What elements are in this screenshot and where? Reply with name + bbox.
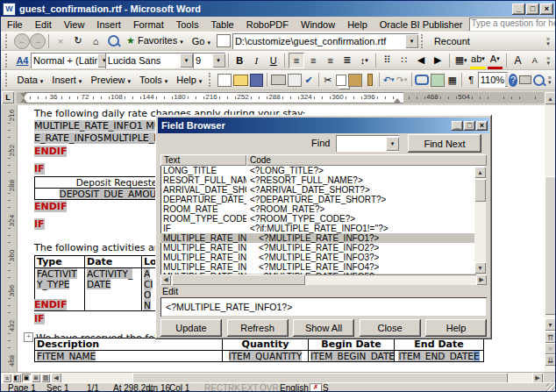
dialog-maximize-icon[interactable]: □ [464, 121, 475, 131]
field-row[interactable]: IF<?if:MULTIPLE_RATE_INFO1!=''?> [160, 224, 475, 233]
scroll-down-icon[interactable]: ▼ [545, 318, 556, 331]
copy-icon[interactable] [335, 72, 346, 88]
doc-if-field[interactable]: IF [34, 313, 45, 324]
doc-field[interactable]: ACION [144, 268, 153, 310]
status-toggle-ext[interactable]: EXT [241, 383, 258, 392]
column-header-text[interactable]: Text [160, 154, 246, 166]
doc-field[interactable]: E_RATE_INFO5MULTIPLE_RA [34, 132, 167, 144]
help-icon[interactable]: ? [509, 74, 518, 87]
deposit-row-field[interactable]: DEPOSIT_DUE_AMOUN [60, 189, 163, 199]
doc-field[interactable]: ITEM_QUANTITY [229, 351, 303, 361]
table-header[interactable]: Type [35, 256, 85, 268]
styles-and-formatting-icon[interactable]: A4 [15, 53, 30, 68]
close-button[interactable]: Close [360, 319, 421, 337]
toolbar-grip[interactable] [421, 34, 427, 48]
deposit-table[interactable]: Deposit Requested DEPOSIT_DUE_AMOUN [34, 176, 166, 200]
insert-table-icon[interactable]: ▦ [446, 72, 458, 88]
undo-icon[interactable]: ↶▾ [383, 72, 395, 88]
table-anchor-icon[interactable]: + [24, 332, 33, 342]
align-left-icon[interactable]: ≡ [289, 53, 303, 68]
search-web-icon[interactable] [105, 33, 121, 49]
chevron-down-icon[interactable]: ▾ [212, 53, 225, 68]
field-row[interactable]: MULTIPLE_RATE_INFO2<?MULTIPLE_RATE_INFO2… [160, 243, 475, 253]
spelling-icon[interactable]: ✔ [303, 72, 315, 88]
show-all-button[interactable]: Show All [293, 319, 354, 337]
table-header[interactable]: Quantity [223, 339, 309, 351]
show-web-toolbar-icon[interactable] [216, 33, 232, 49]
field-row[interactable]: LONG_TITLE<?LONG_TITLE?> [160, 166, 475, 175]
align-center-icon[interactable]: ≡ [306, 53, 321, 68]
home-icon[interactable]: ⌂ [88, 33, 103, 49]
doc-field[interactable]: ITEM_END_DATE [398, 351, 474, 361]
scroll-left-icon[interactable]: ◀ [160, 274, 171, 285]
print-small-icon[interactable] [519, 72, 531, 88]
status-toggle-ovr[interactable]: OVR [260, 383, 279, 392]
deposit-row-label[interactable]: Deposit Requested [76, 177, 163, 188]
normal-view-button[interactable]: ≡ [3, 374, 11, 382]
numbered-list-icon[interactable]: ⠿ [380, 53, 395, 68]
forward-icon[interactable]: → [30, 33, 46, 49]
zoom-combo[interactable]: 110%▾ [478, 72, 508, 88]
menu-window[interactable]: Window [295, 18, 341, 31]
table-header[interactable]: Date [85, 256, 142, 268]
question-for-help-input[interactable]: Type a question for help [469, 18, 556, 31]
bold-icon[interactable]: B [232, 53, 247, 68]
font-size-combo[interactable]: 9▾ [193, 53, 225, 68]
open-icon[interactable] [233, 72, 248, 88]
browse-previous-icon[interactable]: ⇈ [545, 331, 556, 343]
field-row[interactable]: ROOM_TYPE_CODE<?ROOM_TYPE_CODE?> [160, 214, 475, 224]
menu-table[interactable]: Table [204, 18, 239, 31]
dialog-close-icon[interactable]: × [476, 121, 488, 131]
table-header[interactable]: Begin Date [309, 339, 395, 351]
format-painter-icon[interactable] [364, 72, 375, 88]
justify-icon[interactable]: ≣ [339, 53, 354, 68]
toolbar-grip[interactable] [5, 53, 11, 68]
style-combo[interactable]: Normal + (Latir▾ [31, 53, 105, 68]
toolbar-grip[interactable] [5, 73, 11, 87]
toolbar-grip[interactable] [209, 73, 214, 87]
table-header[interactable]: Lo [142, 256, 156, 268]
field-row[interactable]: MULTIPLE_RATE_INFO1<?MULTIPLE_RATE_INFO1… [160, 233, 475, 243]
insert-excel-icon[interactable] [431, 72, 445, 88]
field-row[interactable]: ARRIVAL_DATE_SHORT<?ARRIVAL_DATE_SHORT?> [160, 185, 475, 195]
bip-menu-data[interactable]: Data▾ [13, 73, 48, 87]
selected-character[interactable]: E [474, 351, 480, 361]
find-combo[interactable]: ▾ [336, 135, 399, 152]
toolbar-options-icon[interactable]: »▾ [545, 72, 553, 88]
doc-if-field[interactable]: IF [34, 163, 45, 175]
shrink-font-icon[interactable]: A [527, 53, 542, 68]
font-combo[interactable]: Lucida Sans▾ [105, 53, 193, 68]
print-layout-button[interactable]: ▣ [22, 374, 31, 382]
chevron-down-icon[interactable]: ▾ [405, 34, 418, 48]
spelling-status-icon[interactable]: ✗ [310, 383, 322, 392]
doc-field[interactable]: FITEM_NAME [37, 351, 96, 361]
menu-tools[interactable]: Tools [170, 18, 205, 31]
field-row[interactable]: DEPARTURE_DATE_SH...<?DEPARTURE_DATE_SHO… [160, 195, 475, 204]
vertical-ruler[interactable]: 216252288324360396432468 [1, 105, 18, 372]
status-toggle-rec[interactable]: REC [204, 383, 223, 392]
address-combo[interactable]: D:\customize\guest_confirmation.rtf ▾ [232, 33, 418, 49]
bullet-list-icon[interactable]: ∷ [396, 53, 411, 68]
bip-menu-tools[interactable]: Tools▾ [135, 73, 172, 87]
scrollbar-thumb[interactable] [474, 179, 486, 202]
maximize-icon[interactable]: □ [526, 4, 539, 15]
reading-layout-button[interactable]: ▥ [41, 374, 50, 382]
refresh-icon[interactable]: ↻ [70, 33, 86, 49]
doc-if-field[interactable]: IF [34, 218, 45, 230]
refresh-button[interactable]: Refresh [227, 319, 289, 337]
grow-font-icon[interactable]: A [510, 53, 525, 68]
menu-robopdf[interactable]: RoboPDF [240, 18, 295, 31]
outline-view-button[interactable]: ≣ [32, 374, 40, 382]
menu-view[interactable]: View [58, 18, 91, 31]
doc-endif-field[interactable]: ENDIF [34, 299, 67, 310]
border-icon[interactable]: ▦▾ [453, 53, 468, 68]
chevron-down-icon[interactable]: ▾ [97, 53, 105, 68]
insert-hyperlink-icon[interactable] [415, 72, 429, 88]
toolbar-options-icon[interactable]: »▾ [543, 33, 553, 49]
doc-field[interactable]: ACTIVITY_DATE [87, 268, 132, 289]
redo-icon[interactable]: ↷▾ [396, 72, 408, 88]
bip-menu-help[interactable]: Help▾ [172, 73, 206, 87]
italic-icon[interactable]: I [249, 53, 264, 68]
scroll-down-icon[interactable]: ▼ [474, 262, 486, 274]
print-preview-icon[interactable] [288, 72, 302, 88]
